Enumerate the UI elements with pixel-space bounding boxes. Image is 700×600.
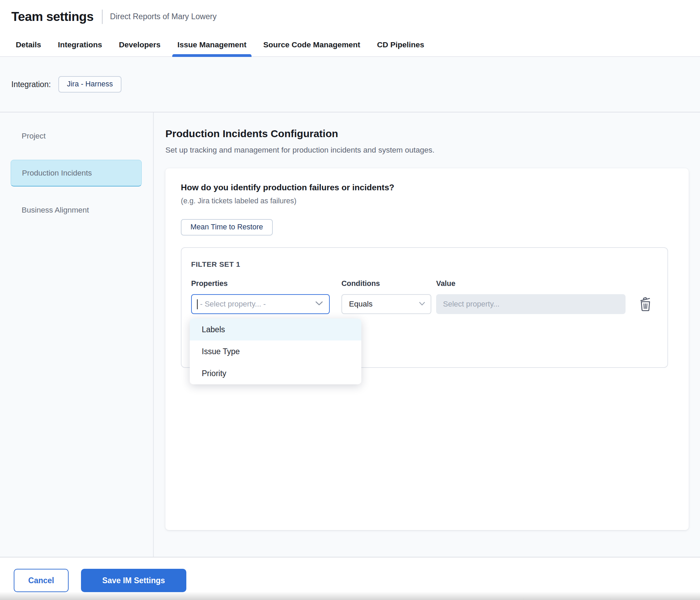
condition-select[interactable]: Equals [341,294,431,314]
page-header: Team settings Direct Reports of Mary Low… [0,0,700,33]
dropdown-option-labels[interactable]: Labels [190,319,361,340]
save-im-settings-button[interactable]: Save IM Settings [81,569,186,592]
filter-row: - Select property... - Labels Issue Type [191,294,658,314]
tab-cd-pipelines[interactable]: CD Pipelines [372,33,430,56]
main-panel: Production Incidents Configuration Set u… [154,112,700,557]
property-select-placeholder: - Select property... - [200,300,313,309]
integration-row: Integration: Jira - Harness [0,57,700,112]
conditions-column-header: Conditions [341,279,431,288]
chevron-down-icon [419,301,425,307]
mean-time-to-restore-chip[interactable]: Mean Time to Restore [181,219,273,236]
identify-question: How do you identify production failures … [181,183,668,192]
integration-chip[interactable]: Jira - Harness [58,76,121,93]
incidents-config-card: How do you identify production failures … [165,168,689,530]
page-subtitle: Direct Reports of Mary Lowery [110,12,217,21]
tab-details[interactable]: Details [11,33,46,56]
dropdown-option-priority[interactable]: Priority [190,362,361,384]
content-area: Project Production Incidents Business Al… [0,112,700,557]
delete-filter-button[interactable] [639,296,653,313]
page-title: Team settings [11,10,94,24]
dropdown-option-issue-type[interactable]: Issue Type [190,340,361,362]
footer-action-bar: Cancel Save IM Settings [0,557,700,600]
filter-set-title: FILTER SET 1 [191,260,658,268]
value-column-header: Value [436,279,626,288]
property-select-wrap: - Select property... - Labels Issue Type [191,294,330,314]
section-title: Production Incidents Configuration [165,128,689,140]
sidebar-item-project[interactable]: Project [11,123,142,149]
trash-icon [639,296,653,313]
sidebar-item-business-alignment[interactable]: Business Alignment [11,197,142,224]
section-description: Set up tracking and management for produ… [165,146,689,155]
property-select[interactable]: - Select property... - [191,294,330,314]
text-cursor [197,299,198,309]
properties-column-header: Properties [191,279,330,288]
identify-hint: (e.g. Jira tickets labeled as failures) [181,197,668,205]
settings-sidebar: Project Production Incidents Business Al… [0,112,154,557]
tab-developers[interactable]: Developers [114,33,166,56]
tab-issue-management[interactable]: Issue Management [172,33,252,56]
property-dropdown: Labels Issue Type Priority [190,319,361,384]
chevron-down-icon [315,301,323,307]
integration-label: Integration: [11,80,51,89]
tab-source-code-management[interactable]: Source Code Management [258,33,365,56]
title-separator [102,10,103,24]
tab-integrations[interactable]: Integrations [53,33,107,56]
sidebar-item-production-incidents[interactable]: Production Incidents [11,160,142,187]
cancel-button[interactable]: Cancel [14,569,69,592]
condition-selected-value: Equals [349,300,416,309]
settings-tab-bar: Details Integrations Developers Issue Ma… [0,33,700,57]
filter-column-headers: Properties Conditions Value [191,279,658,288]
filter-set-card: FILTER SET 1 Properties Conditions Value… [181,247,668,368]
value-input[interactable] [436,294,626,314]
